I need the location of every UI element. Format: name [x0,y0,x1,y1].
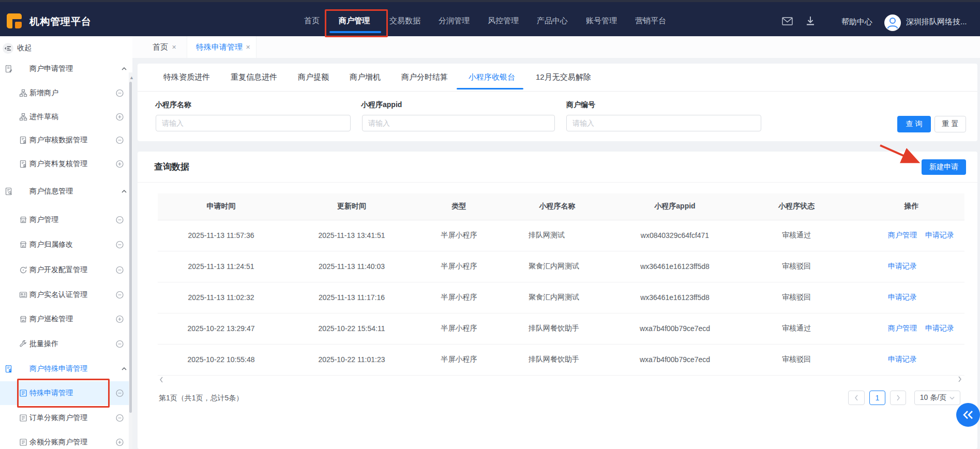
chevron-up-icon[interactable] [122,67,127,71]
sidebar-item-10[interactable]: 商户巡检管理 [0,307,129,331]
minus-circle-icon[interactable] [116,414,124,422]
reset-button[interactable]: 重 置 [934,116,966,132]
sidebar-scrollbar-thumb[interactable] [129,82,132,413]
minus-circle-icon[interactable] [116,340,124,348]
sidebar-item-4[interactable]: 商户资料复核管理 [0,152,129,176]
sidebar-group-5[interactable]: 商户信息管理 [0,179,129,203]
shop-icon [19,216,27,224]
breadcrumb-tabs: 首页 ✕ 特殊申请管理 ✕ [132,36,980,58]
user-org-name[interactable]: 深圳排队网络技... [906,17,967,27]
plus-circle-icon[interactable] [116,316,124,323]
sidebar-item-8[interactable]: 商户开发配置管理 [0,258,129,282]
doc-user-icon [19,160,27,168]
merchant-no-input[interactable] [566,115,761,131]
action-link[interactable]: 商户管理 [888,324,917,332]
divider [138,182,977,183]
nav-item-2[interactable]: 交易数据 [389,16,420,26]
appid-input[interactable] [362,115,555,131]
collapse-panel-float-button[interactable] [956,403,980,427]
table-scroll-left-icon[interactable] [159,376,163,385]
sidebar-item-2[interactable]: 进件草稿 [0,105,129,129]
cell: wx0840329c64fcf471 [615,220,734,251]
nav-item-7[interactable]: 营销平台 [635,16,666,26]
cell: 审核通过 [734,220,858,251]
breadcrumb-tab-home[interactable]: 首页 [153,42,168,52]
help-center-link[interactable]: 帮助中心 [841,17,872,27]
close-tab-icon[interactable]: ✕ [246,44,250,51]
cell: 审核驳回 [734,282,858,313]
filter-tab-2[interactable]: 商户提额 [298,72,329,82]
chevron-up-icon[interactable] [122,190,127,193]
filter-tab-4[interactable]: 商户分时结算 [401,72,448,82]
minus-circle-icon[interactable] [116,137,124,144]
sidebar-label: 商户管理 [29,215,58,224]
nav-item-5[interactable]: 产品中心 [537,16,568,26]
cell: 审核驳回 [734,344,858,375]
sidebar-item-6[interactable]: 商户管理 [0,208,129,232]
nav-item-6[interactable]: 账号管理 [586,16,617,26]
action-link[interactable]: 申请记录 [925,231,954,239]
table-row: 2025-11-13 11:02:322025-11-13 11:17:16半屏… [158,282,964,313]
cell: 2025-10-22 15:54:11 [284,313,419,344]
sidebar-label: 订单分账商户管理 [29,413,87,423]
minus-circle-icon[interactable] [116,390,124,397]
cell: 审核驳回 [734,251,858,282]
sidebar-item-9[interactable]: 商户实名认证管理 [0,283,129,307]
pagination-prev-button[interactable] [848,391,865,405]
page-size-select[interactable]: 10 条/页 [914,391,960,405]
sidebar-collapse-button[interactable]: 收起 [0,36,129,60]
doc-user-icon [19,136,27,144]
action-link[interactable]: 申请记录 [888,293,917,301]
cell: 2025-11-13 11:02:32 [158,282,284,313]
minus-circle-icon[interactable] [116,266,124,274]
sidebar-item-1[interactable]: 新增商户 [0,81,129,105]
filter-tab-0[interactable]: 特殊资质进件 [163,72,210,82]
download-icon[interactable] [806,16,815,28]
breadcrumb-tab-active[interactable]: 特殊申请管理 ✕ [187,36,257,58]
sidebar-item-7[interactable]: 商户归属修改 [0,233,129,257]
sidebar-item-3[interactable]: 商户审核数据管理 [0,128,129,152]
shop-icon [19,315,27,323]
cell: 2025-11-13 11:40:03 [284,251,419,282]
sidebar-group-12[interactable]: 商户特殊申请管理 [0,357,129,381]
close-tab-icon[interactable]: ✕ [172,44,176,51]
avatar[interactable] [884,14,901,31]
double-chevron-left-icon [962,410,974,420]
scrollbar-up-arrow[interactable]: ▲ [129,76,134,80]
filter-tab-6[interactable]: 12月无交易解除 [536,72,591,82]
filter-tab-1[interactable]: 重复信息进件 [231,72,277,82]
mail-icon[interactable] [782,17,793,27]
miniapp-name-input[interactable] [156,115,351,131]
nav-item-4[interactable]: 风控管理 [488,16,519,26]
action-link[interactable]: 申请记录 [888,262,917,270]
minus-circle-icon[interactable] [116,216,124,224]
sidebar-item-14[interactable]: 订单分账商户管理 [0,406,129,430]
results-panel: 查询数据 新建申请 申请时间更新时间类型小程序名称小程序appid小程序状态操作… [138,152,977,449]
minus-circle-icon[interactable] [116,291,124,299]
filter-tab-3[interactable]: 商户增机 [350,72,381,82]
sidebar-group-0[interactable]: 商户申请管理 [0,57,129,81]
nav-item-3[interactable]: 分润管理 [439,16,470,26]
actions-cell: 商户管理申请记录 [858,220,964,251]
minus-circle-icon[interactable] [116,89,124,97]
chevron-up-icon[interactable] [122,367,127,371]
action-link[interactable]: 申请记录 [888,355,917,363]
action-link[interactable]: 申请记录 [925,324,954,332]
search-button[interactable]: 查 询 [897,116,931,132]
minus-circle-icon[interactable] [116,241,124,249]
filter-tab-5[interactable]: 小程序收银台 [469,72,515,82]
pagination-page-1[interactable]: 1 [869,391,885,405]
new-application-button[interactable]: 新建申请 [922,159,966,175]
actions-cell: 商户管理申请记录 [858,313,964,344]
plus-circle-icon[interactable] [116,160,124,168]
plus-circle-icon[interactable] [116,439,124,446]
table-scroll-right-icon[interactable] [958,375,962,384]
sidebar-item-15[interactable]: 余额分账商户管理 [0,430,129,449]
plus-circle-icon[interactable] [116,113,124,121]
sidebar-item-11[interactable]: 批量操作 [0,332,129,356]
nav-item-0[interactable]: 首页 [304,16,320,26]
pagination-next-button[interactable] [890,391,906,405]
cell: 半屏小程序 [419,344,499,375]
idcard-icon [19,291,27,299]
action-link[interactable]: 商户管理 [888,231,917,239]
